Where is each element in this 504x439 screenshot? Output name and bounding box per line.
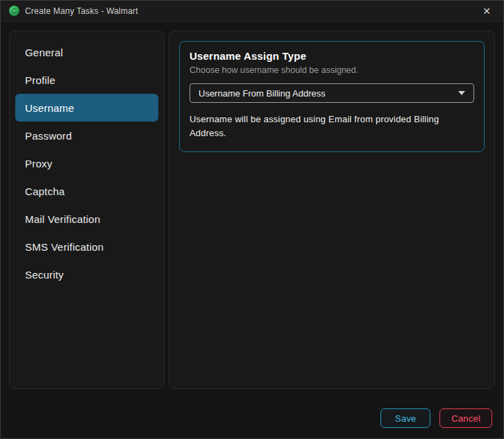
- titlebar: Create Many Tasks - Walmart ✕: [1, 1, 503, 22]
- section-title: Username Assign Type: [190, 50, 474, 62]
- close-icon[interactable]: ✕: [477, 3, 496, 19]
- sidebar-item-proxy[interactable]: Proxy: [15, 149, 158, 177]
- dropdown-selected-value: Username From Billing Address: [199, 88, 453, 99]
- sidebar-item-captcha[interactable]: Captcha: [15, 177, 158, 205]
- sidebar-item-profile[interactable]: Profile: [15, 66, 158, 94]
- save-button[interactable]: Save: [380, 408, 430, 428]
- username-assign-type-dropdown[interactable]: Username From Billing Address: [190, 83, 474, 103]
- assign-type-description: Username will be assigned using Email fr…: [190, 113, 474, 140]
- sidebar: General Profile Username Password Proxy …: [9, 31, 165, 389]
- section-subtitle: Choose how username should be assigned.: [190, 65, 474, 75]
- sidebar-item-mail-verification[interactable]: Mail Verification: [15, 205, 158, 233]
- sidebar-item-username[interactable]: Username: [15, 94, 158, 122]
- create-many-tasks-window: Create Many Tasks - Walmart ✕ General Pr…: [0, 0, 504, 439]
- sidebar-item-security[interactable]: Security: [15, 260, 158, 288]
- cancel-button[interactable]: Cancel: [439, 408, 492, 428]
- sidebar-item-sms-verification[interactable]: SMS Verification: [15, 233, 158, 260]
- sidebar-item-password[interactable]: Password: [15, 122, 158, 149]
- footer: Save Cancel: [1, 398, 503, 438]
- content-panel: Username Assign Type Choose how username…: [169, 31, 495, 389]
- window-title: Create Many Tasks - Walmart: [25, 6, 477, 16]
- username-assign-card: Username Assign Type Choose how username…: [179, 41, 485, 152]
- chevron-down-icon: [458, 91, 465, 95]
- main-area: General Profile Username Password Proxy …: [1, 22, 503, 398]
- app-icon: [9, 6, 19, 16]
- sidebar-item-general[interactable]: General: [15, 38, 158, 66]
